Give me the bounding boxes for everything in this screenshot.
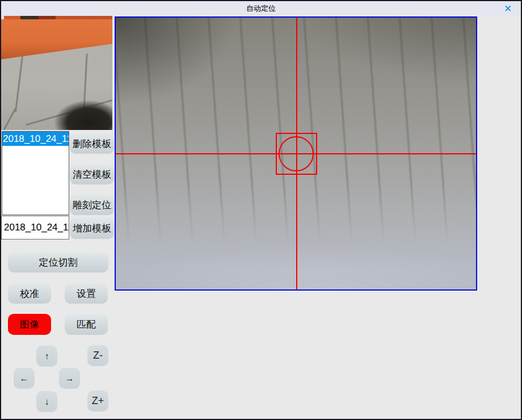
- list-item-template[interactable]: 2018_10_24_11: [2, 132, 69, 146]
- add-template-button[interactable]: 增加模板: [70, 217, 114, 239]
- photo-tile-line: [15, 56, 23, 112]
- jog-right-button[interactable]: →: [59, 368, 80, 389]
- window-title: 自动定位: [246, 3, 276, 14]
- delete-template-button[interactable]: 删除模板: [70, 133, 114, 154]
- clear-templates-button[interactable]: 清空模板: [70, 164, 114, 184]
- template-list[interactable]: 2018_10_24_11: [2, 131, 69, 215]
- jog-left-button[interactable]: ←: [14, 368, 35, 389]
- photo-tile-line: [1, 108, 16, 130]
- template-preview-image: [1, 16, 112, 130]
- close-icon[interactable]: ✕: [500, 2, 515, 15]
- settings-button[interactable]: 设置: [65, 283, 108, 304]
- photo-orange-beam: [1, 19, 112, 60]
- jog-up-button[interactable]: ↑: [36, 346, 57, 367]
- roi-circle-overlay: [279, 136, 314, 171]
- camera-view[interactable]: [115, 16, 477, 291]
- z-plus-button[interactable]: Z+: [87, 390, 108, 411]
- calibrate-button[interactable]: 校准: [8, 283, 51, 304]
- photo-dark-object: [54, 100, 112, 130]
- match-button[interactable]: 匹配: [65, 314, 108, 335]
- template-name-input[interactable]: [1, 216, 69, 240]
- auto-position-dialog: 自动定位 ✕ 2018_10_24_11 删除模板 清空模板 雕刻定位 增加模板…: [0, 0, 522, 420]
- image-button[interactable]: 图像: [8, 314, 51, 335]
- z-minus-button[interactable]: Z-: [87, 345, 108, 366]
- engrave-position-button[interactable]: 雕刻定位: [70, 195, 114, 215]
- photo-top-strip: [1, 16, 112, 20]
- position-cut-button[interactable]: 定位切割: [8, 252, 108, 272]
- title-bar: 自动定位 ✕: [1, 1, 521, 16]
- jog-down-button[interactable]: ↓: [36, 391, 57, 412]
